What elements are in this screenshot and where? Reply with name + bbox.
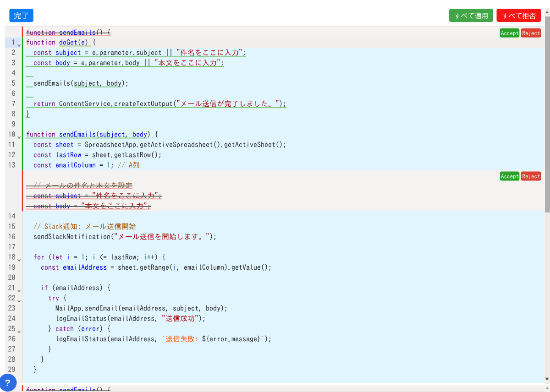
- svg-text:?: ?: [5, 378, 11, 388]
